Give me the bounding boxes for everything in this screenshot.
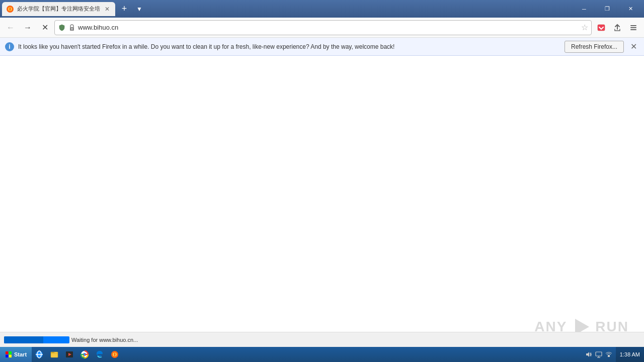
window-controls: ─ ❐ ✕ xyxy=(573,0,642,18)
stop-reload-button[interactable]: ✕ xyxy=(37,20,52,35)
svg-rect-6 xyxy=(630,27,636,28)
close-button[interactable]: ✕ xyxy=(619,0,642,18)
address-input[interactable] xyxy=(78,24,579,31)
title-bar: 必火学院【官网】专注网络安全培 ✕ + ▼ ─ ❐ ✕ xyxy=(0,0,644,18)
status-bar: Waiting for www.bihuo.cn... xyxy=(0,332,644,347)
page-content: ANY RUN xyxy=(0,56,644,347)
bookmark-star[interactable]: ☆ xyxy=(581,23,588,32)
svg-marker-23 xyxy=(586,352,589,357)
notification-close-button[interactable]: ✕ xyxy=(628,41,639,52)
svg-rect-9 xyxy=(6,351,9,354)
taskbar-firefox-icon[interactable] xyxy=(107,347,122,362)
start-label: Start xyxy=(14,351,27,357)
minimize-button[interactable]: ─ xyxy=(573,0,596,18)
svg-rect-11 xyxy=(6,355,9,358)
active-tab[interactable]: 必火学院【官网】专注网络安全培 ✕ xyxy=(2,2,115,16)
refresh-firefox-button[interactable]: Refresh Firefox... xyxy=(565,41,624,53)
taskbar-left: Start xyxy=(0,347,122,362)
taskbar-explorer-icon[interactable] xyxy=(47,347,62,362)
new-tab-button[interactable]: + xyxy=(117,2,131,16)
nav-right-icons xyxy=(594,20,641,35)
share-button[interactable] xyxy=(610,20,625,35)
forward-button[interactable]: → xyxy=(20,20,35,35)
loading-progress xyxy=(4,336,69,343)
shield-icon xyxy=(58,24,66,32)
tab-close-button[interactable]: ✕ xyxy=(103,5,111,13)
svg-point-3 xyxy=(71,28,72,29)
taskbar-edge-icon[interactable] xyxy=(92,347,107,362)
start-button[interactable]: Start xyxy=(0,347,32,362)
taskbar-media-icon[interactable] xyxy=(62,347,77,362)
svg-rect-12 xyxy=(9,355,12,358)
notification-bar: i It looks like you haven't started Fire… xyxy=(0,38,644,56)
pocket-button[interactable] xyxy=(594,20,609,35)
system-clock[interactable]: 1:38 AM xyxy=(616,347,644,362)
volume-icon[interactable] xyxy=(585,350,593,358)
svg-rect-24 xyxy=(596,352,602,356)
tabs-dropdown[interactable]: ▼ xyxy=(133,5,145,14)
svg-rect-7 xyxy=(630,29,636,30)
tab-title: 必火学院【官网】专注网络安全培 xyxy=(17,5,100,13)
taskbar-ie-icon[interactable] xyxy=(32,347,47,362)
svg-rect-5 xyxy=(630,25,636,26)
restore-button[interactable]: ❐ xyxy=(596,0,619,18)
lock-icon xyxy=(68,24,76,32)
svg-rect-27 xyxy=(608,355,610,357)
navigation-bar: ← → ✕ ☆ xyxy=(0,18,644,38)
system-tray xyxy=(582,347,616,362)
svg-rect-10 xyxy=(9,351,12,354)
taskbar-chrome-icon[interactable] xyxy=(77,347,92,362)
tab-favicon xyxy=(6,5,14,13)
menu-button[interactable] xyxy=(626,20,641,35)
taskbar-right: 1:38 AM xyxy=(582,347,644,362)
taskbar: Start xyxy=(0,347,644,362)
notification-info-icon: i xyxy=(5,42,14,51)
address-bar-wrapper: ☆ xyxy=(54,20,592,35)
network-icon[interactable] xyxy=(605,350,613,358)
display-icon[interactable] xyxy=(595,350,603,358)
notification-message: It looks like you haven't started Firefo… xyxy=(18,43,560,50)
status-left: Waiting for www.bihuo.cn... xyxy=(4,336,138,343)
status-text: Waiting for www.bihuo.cn... xyxy=(71,337,138,343)
title-bar-left: 必火学院【官网】专注网络安全培 ✕ + ▼ xyxy=(2,2,573,16)
back-button[interactable]: ← xyxy=(3,20,18,35)
